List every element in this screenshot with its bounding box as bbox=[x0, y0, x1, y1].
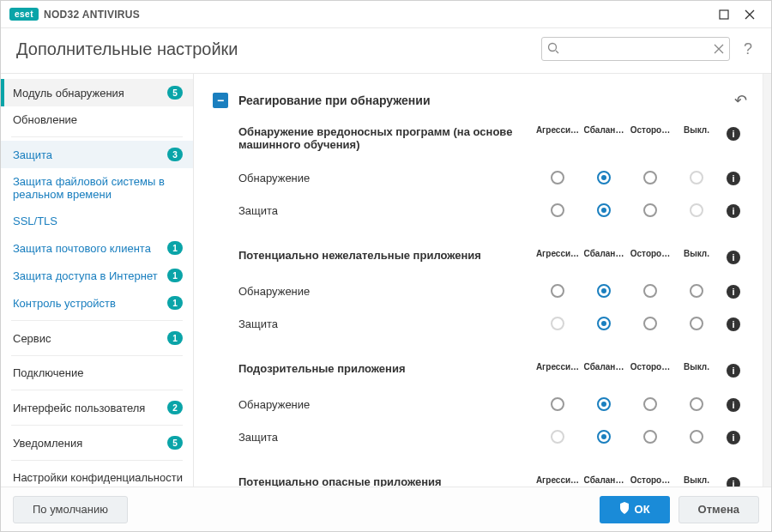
info-icon[interactable]: i bbox=[727, 398, 740, 412]
sidebar-item[interactable]: Контроль устройств1 bbox=[1, 289, 193, 317]
brand-pill: eset bbox=[9, 8, 39, 21]
maximize-icon[interactable] bbox=[711, 4, 737, 25]
radio-option[interactable] bbox=[643, 171, 657, 184]
help-icon[interactable]: ? bbox=[740, 40, 756, 58]
row-label: Защита bbox=[238, 317, 534, 330]
radio-option[interactable] bbox=[643, 203, 657, 217]
column-header: Агресси… bbox=[534, 125, 581, 135]
sidebar-item[interactable]: Обновление bbox=[1, 106, 193, 133]
sidebar-item[interactable]: Защита3 bbox=[1, 141, 193, 168]
radio-option[interactable] bbox=[690, 397, 703, 411]
radio-option[interactable] bbox=[690, 171, 703, 184]
column-header: Агресси… bbox=[534, 362, 581, 372]
info-icon[interactable]: i bbox=[727, 127, 740, 141]
ok-button[interactable]: ОК bbox=[600, 496, 670, 523]
sidebar-item-label: Настройки конфиденциальности bbox=[13, 471, 183, 484]
radio-option[interactable] bbox=[597, 203, 611, 217]
cancel-button[interactable]: Отмена bbox=[679, 496, 759, 523]
info-icon[interactable]: i bbox=[727, 431, 740, 444]
panel-title: Реагирование при обнаружении bbox=[238, 94, 734, 107]
radio-option[interactable] bbox=[643, 317, 657, 330]
count-badge: 3 bbox=[167, 148, 183, 161]
sidebar-item[interactable]: SSL/TLS bbox=[1, 208, 193, 234]
radio-option[interactable] bbox=[597, 284, 611, 298]
row-label: Защита bbox=[238, 431, 534, 444]
count-badge: 5 bbox=[167, 436, 183, 450]
sidebar-item[interactable]: Подключение bbox=[1, 360, 193, 386]
sidebar-separator bbox=[11, 136, 183, 137]
radio-option[interactable] bbox=[551, 317, 564, 330]
svg-point-1 bbox=[548, 44, 556, 51]
close-icon[interactable] bbox=[737, 4, 763, 25]
column-header: Выкл. bbox=[673, 125, 720, 135]
radio-option[interactable] bbox=[597, 171, 611, 184]
radio-option[interactable] bbox=[690, 203, 703, 217]
app-logo: eset NOD32 ANTIVIRUS bbox=[9, 8, 140, 21]
radio-option[interactable] bbox=[643, 284, 657, 298]
sidebar-item-label: Подключение bbox=[13, 366, 183, 379]
sidebar-item-label: Модуль обнаружения bbox=[13, 87, 162, 100]
radio-option[interactable] bbox=[597, 317, 611, 330]
sidebar-item[interactable]: Защита файловой системы в реальном време… bbox=[1, 168, 193, 208]
radio-option[interactable] bbox=[551, 171, 564, 184]
count-badge: 1 bbox=[167, 269, 183, 282]
row-label: Обнаружение bbox=[238, 398, 534, 411]
sidebar-item-label: Сервис bbox=[13, 332, 162, 345]
radio-option[interactable] bbox=[597, 430, 611, 444]
sidebar-item[interactable]: Сервис1 bbox=[1, 324, 193, 352]
radio-option[interactable] bbox=[551, 430, 564, 444]
header: Дополнительные настройки ? bbox=[1, 28, 771, 73]
scrollbar[interactable] bbox=[763, 74, 771, 487]
group-heading: Потенциально опасные приложения bbox=[238, 475, 534, 487]
sidebar-item-label: SSL/TLS bbox=[13, 215, 183, 227]
column-header: Агресси… bbox=[534, 475, 581, 485]
sidebar-separator bbox=[11, 460, 183, 461]
footer: По умолчанию ОК Отмена bbox=[1, 487, 771, 531]
undo-icon[interactable]: ↶ bbox=[734, 91, 747, 110]
sidebar-item[interactable]: Уведомления5 bbox=[1, 429, 193, 456]
sidebar-item[interactable]: Защита доступа в Интернет1 bbox=[1, 262, 193, 289]
radio-option[interactable] bbox=[690, 430, 703, 444]
info-icon[interactable]: i bbox=[727, 477, 740, 487]
sidebar-separator bbox=[11, 320, 183, 321]
column-header: Выкл. bbox=[673, 249, 720, 258]
collapse-icon[interactable]: − bbox=[213, 93, 228, 108]
column-header: Сбалан… bbox=[581, 249, 627, 258]
group-heading: Обнаружение вредоносных программ (на осн… bbox=[238, 125, 534, 151]
sidebar-item[interactable]: Интерфейс пользователя2 bbox=[1, 394, 193, 421]
radio-option[interactable] bbox=[690, 317, 703, 330]
sidebar-item[interactable]: Настройки конфиденциальности bbox=[1, 464, 193, 487]
search-icon bbox=[547, 42, 559, 57]
info-icon[interactable]: i bbox=[727, 172, 740, 185]
radio-option[interactable] bbox=[551, 203, 564, 217]
sidebar-item-label: Контроль устройств bbox=[13, 297, 162, 310]
svg-rect-0 bbox=[720, 10, 728, 19]
info-icon[interactable]: i bbox=[727, 204, 740, 218]
search-input[interactable] bbox=[541, 37, 730, 61]
sidebar-item-label: Обновление bbox=[13, 113, 183, 126]
column-header: Сбалан… bbox=[581, 475, 627, 485]
radio-option[interactable] bbox=[597, 397, 611, 411]
sidebar-item-label: Защита файловой системы в реальном време… bbox=[13, 175, 183, 201]
clear-search-icon[interactable] bbox=[714, 42, 724, 57]
info-icon[interactable]: i bbox=[727, 364, 740, 378]
radio-option[interactable] bbox=[551, 284, 564, 298]
info-icon[interactable]: i bbox=[727, 251, 740, 264]
default-button[interactable]: По умолчанию bbox=[13, 496, 128, 523]
info-icon[interactable]: i bbox=[727, 285, 740, 299]
sidebar-item[interactable]: Модуль обнаружения5 bbox=[1, 79, 193, 106]
info-icon[interactable]: i bbox=[727, 317, 740, 331]
radio-option[interactable] bbox=[643, 397, 657, 411]
column-header: Сбалан… bbox=[581, 362, 627, 372]
sidebar-item[interactable]: Защита почтового клиента1 bbox=[1, 234, 193, 262]
radio-option[interactable] bbox=[551, 397, 564, 411]
radio-option[interactable] bbox=[690, 284, 703, 298]
radio-option[interactable] bbox=[643, 430, 657, 444]
count-badge: 5 bbox=[167, 86, 183, 100]
settings-row: Обнаружениеi bbox=[238, 161, 747, 194]
sidebar-item-label: Защита bbox=[13, 148, 162, 161]
column-header: Осторо… bbox=[627, 125, 673, 135]
sidebar-item-label: Защита доступа в Интернет bbox=[13, 269, 162, 282]
column-header: Выкл. bbox=[673, 475, 720, 485]
group-heading: Подозрительные приложения bbox=[238, 362, 534, 375]
